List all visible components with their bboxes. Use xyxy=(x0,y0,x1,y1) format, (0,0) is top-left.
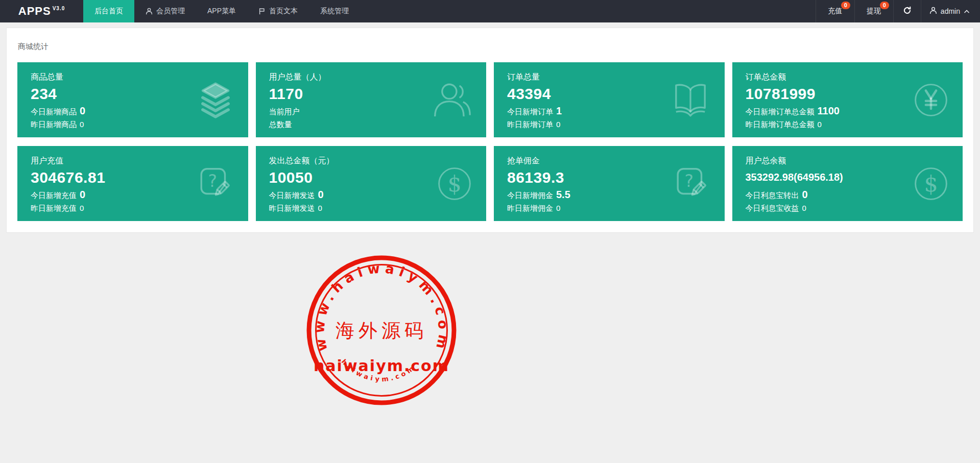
stat-card-total-sent-amount: 发出总金额（元） 10050 今日新增发送0 昨日新增发送0 $ xyxy=(256,146,487,221)
card-line-today-value: 0 xyxy=(80,105,85,116)
svg-text:$: $ xyxy=(447,170,461,196)
stat-card-total-products: 商品总量 234 今日新增商品0 昨日新增商品0 xyxy=(17,62,248,137)
svg-text:?: ? xyxy=(208,171,217,191)
navbar-right: 充值 0 提现 0 admin xyxy=(816,0,980,22)
user-icon xyxy=(431,79,473,121)
stat-card-total-orders: 订单总量 43394 今日新增订单1 昨日新增订单0 xyxy=(494,62,725,137)
card-line-yesterday-value: 0 xyxy=(556,204,560,212)
yen-icon xyxy=(913,82,949,118)
refresh-button[interactable] xyxy=(893,0,921,22)
card-line-today-label: 今日新增订单总金额 xyxy=(746,107,815,116)
brand-name: APPS xyxy=(18,5,51,18)
card-line-today-label: 今日新增商品 xyxy=(31,107,77,116)
card-line-today-value: 5.5 xyxy=(556,189,570,200)
card-line-yesterday-label: 昨日新增充值 xyxy=(31,204,77,212)
flag-icon xyxy=(258,8,266,15)
card-line-yesterday-value: 0 xyxy=(818,120,822,129)
recharge-label: 充值 xyxy=(828,7,842,16)
user-menu[interactable]: admin xyxy=(921,0,980,22)
doc-pen-icon: ? xyxy=(672,164,711,204)
recharge-button[interactable]: 充值 0 xyxy=(816,0,854,22)
person-icon xyxy=(146,8,153,15)
stamp-inner-circle xyxy=(316,265,447,396)
card-line-yesterday: 昨日新增订单总金额0 xyxy=(746,118,950,131)
stat-card-order-commission: 抢单佣金 86139.3 今日新增佣金5.5 昨日新增佣金0 ? xyxy=(494,146,725,221)
card-line-today-label: 今日新增佣金 xyxy=(507,191,553,200)
stamp-outer-circle xyxy=(309,258,454,403)
stamp-arc-top-text: www.haiwaiym.com xyxy=(312,260,451,355)
withdraw-label: 提现 xyxy=(867,7,881,16)
stamp-arc-bottom-text: haiwaiym.com xyxy=(340,358,417,383)
card-line-today-value: 0 xyxy=(80,189,85,200)
card-line-today-label: 今日新增充值 xyxy=(31,191,77,200)
nav-item-label: 系统管理 xyxy=(320,7,349,16)
card-line-yesterday: 昨日新增充值0 xyxy=(31,202,235,214)
stat-card-user-recharge: 用户充值 304676.81 今日新增充值0 昨日新增充值0 ? xyxy=(17,146,248,221)
card-line-yesterday: 昨日新增商品0 xyxy=(31,118,235,131)
card-line-yesterday-label: 总数量 xyxy=(269,120,292,129)
card-line-yesterday-value: 0 xyxy=(80,204,84,212)
card-line-today-value: 0 xyxy=(802,189,808,200)
card-line-yesterday-label: 昨日新增订单 xyxy=(507,120,553,129)
username: admin xyxy=(941,7,960,15)
svg-text:haiwaiym.com: haiwaiym.com xyxy=(340,358,417,383)
card-line-yesterday: 昨日新增发送0 xyxy=(269,202,473,214)
withdraw-badge: 0 xyxy=(880,2,889,9)
withdraw-button[interactable]: 提现 0 xyxy=(854,0,893,22)
card-line-yesterday-value: 0 xyxy=(802,204,806,212)
nav-item-label: 后台首页 xyxy=(94,7,123,16)
watermark-stamp: www.haiwaiym.com 海外源码 haiwaiym.com haiwa… xyxy=(305,254,458,407)
nav-item-label: APP菜单 xyxy=(207,7,236,16)
svg-text:?: ? xyxy=(684,171,693,191)
card-line-yesterday-label: 今日利息宝收益 xyxy=(746,204,799,212)
app-logo[interactable]: APPS V3.0 xyxy=(0,0,83,22)
card-line-today-label: 今日新增订单 xyxy=(507,107,553,116)
card-line-today-label: 今日新增发送 xyxy=(269,191,315,200)
card-line-yesterday-label: 昨日新增订单总金额 xyxy=(746,120,815,129)
top-navbar: APPS V3.0 后台首页 会员管理 APP菜单 首页文本 xyxy=(0,0,980,22)
brand-version: V3.0 xyxy=(53,6,65,11)
recharge-badge: 0 xyxy=(841,2,850,9)
card-line-yesterday: 今日利息宝收益0 xyxy=(746,202,950,214)
nav-item-home-text[interactable]: 首页文本 xyxy=(247,0,309,22)
card-line-yesterday-label: 昨日新增发送 xyxy=(269,204,315,212)
stat-card-user-total-balance: 用户总余额 353292.98(64956.18) 今日利息宝转出0 今日利息宝… xyxy=(732,146,963,221)
stamp-center-text: 海外源码 xyxy=(336,320,427,342)
stats-grid: 商品总量 234 今日新增商品0 昨日新增商品0 用户总量（人） 1170 当前… xyxy=(17,62,963,221)
panel-title: 商城统计 xyxy=(17,28,963,62)
card-line-today-value: 0 xyxy=(318,189,324,200)
layers-icon xyxy=(196,81,235,119)
svg-text:www.haiwaiym.com: www.haiwaiym.com xyxy=(312,260,451,355)
stamp-main-text: haiwaiym.com xyxy=(314,357,449,375)
user-icon xyxy=(929,7,937,16)
card-line-yesterday-value: 0 xyxy=(318,204,322,212)
nav-item-label: 首页文本 xyxy=(269,7,298,16)
nav-item-dashboard[interactable]: 后台首页 xyxy=(83,0,134,22)
nav-item-label: 会员管理 xyxy=(156,7,185,16)
stat-card-total-users: 用户总量（人） 1170 当前用户 总数量 xyxy=(256,62,487,137)
nav-item-members[interactable]: 会员管理 xyxy=(134,0,196,22)
svg-text:$: $ xyxy=(924,170,938,196)
card-line-yesterday-value: 0 xyxy=(80,120,84,129)
nav-item-app-menu[interactable]: APP菜单 xyxy=(196,0,247,22)
card-line-today-label: 今日利息宝转出 xyxy=(746,191,799,200)
chevron-up-icon xyxy=(964,7,970,15)
card-line-yesterday: 昨日新增佣金0 xyxy=(507,202,711,214)
card-line-yesterday-label: 昨日新增佣金 xyxy=(507,204,553,212)
card-line-today-value: 1100 xyxy=(818,105,840,116)
dollar-icon: $ xyxy=(436,165,473,202)
book-icon xyxy=(670,79,711,121)
doc-pen-icon: ? xyxy=(195,164,235,204)
dollar-icon: $ xyxy=(913,165,949,202)
card-line-yesterday-value: 0 xyxy=(556,120,560,129)
main-menu: 后台首页 会员管理 APP菜单 首页文本 系统管理 xyxy=(83,0,360,22)
card-line-today-label: 当前用户 xyxy=(269,107,300,116)
stats-panel: 商城统计 商品总量 234 今日新增商品0 昨日新增商品0 用户总量（人） 11… xyxy=(6,28,974,233)
card-line-yesterday-label: 昨日新增商品 xyxy=(31,120,77,129)
nav-item-system[interactable]: 系统管理 xyxy=(309,0,360,22)
card-line-today-value: 1 xyxy=(556,105,562,116)
stat-card-total-order-amount: 订单总金额 10781999 今日新增订单总金额1100 昨日新增订单总金额0 xyxy=(732,62,963,137)
refresh-icon xyxy=(903,6,912,16)
